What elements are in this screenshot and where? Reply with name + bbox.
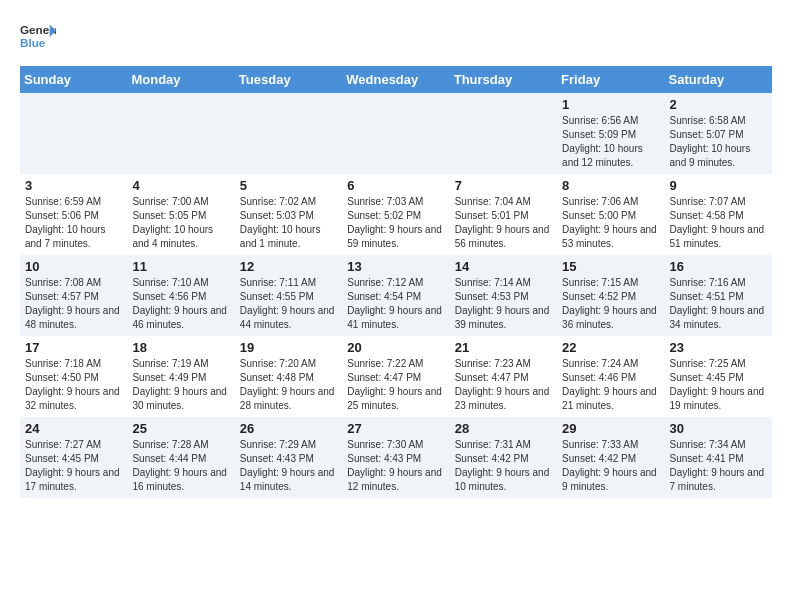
day-number: 23	[670, 340, 767, 355]
day-number: 28	[455, 421, 552, 436]
day-number: 13	[347, 259, 444, 274]
calendar-cell: 20Sunrise: 7:22 AM Sunset: 4:47 PM Dayli…	[342, 336, 449, 417]
day-info: Sunrise: 6:59 AM Sunset: 5:06 PM Dayligh…	[25, 195, 122, 251]
calendar-cell: 9Sunrise: 7:07 AM Sunset: 4:58 PM Daylig…	[665, 174, 772, 255]
calendar-cell: 5Sunrise: 7:02 AM Sunset: 5:03 PM Daylig…	[235, 174, 342, 255]
calendar-cell: 22Sunrise: 7:24 AM Sunset: 4:46 PM Dayli…	[557, 336, 664, 417]
day-number: 14	[455, 259, 552, 274]
day-info: Sunrise: 7:22 AM Sunset: 4:47 PM Dayligh…	[347, 357, 444, 413]
calendar-cell: 8Sunrise: 7:06 AM Sunset: 5:00 PM Daylig…	[557, 174, 664, 255]
calendar-cell: 25Sunrise: 7:28 AM Sunset: 4:44 PM Dayli…	[127, 417, 234, 498]
calendar-cell: 2Sunrise: 6:58 AM Sunset: 5:07 PM Daylig…	[665, 93, 772, 174]
day-number: 29	[562, 421, 659, 436]
calendar-cell: 21Sunrise: 7:23 AM Sunset: 4:47 PM Dayli…	[450, 336, 557, 417]
day-info: Sunrise: 7:12 AM Sunset: 4:54 PM Dayligh…	[347, 276, 444, 332]
day-number: 21	[455, 340, 552, 355]
column-header-tuesday: Tuesday	[235, 66, 342, 93]
calendar-cell: 12Sunrise: 7:11 AM Sunset: 4:55 PM Dayli…	[235, 255, 342, 336]
calendar-cell: 15Sunrise: 7:15 AM Sunset: 4:52 PM Dayli…	[557, 255, 664, 336]
page-header: General Blue	[20, 20, 772, 56]
calendar-cell: 6Sunrise: 7:03 AM Sunset: 5:02 PM Daylig…	[342, 174, 449, 255]
day-number: 26	[240, 421, 337, 436]
day-info: Sunrise: 7:30 AM Sunset: 4:43 PM Dayligh…	[347, 438, 444, 494]
calendar-cell: 18Sunrise: 7:19 AM Sunset: 4:49 PM Dayli…	[127, 336, 234, 417]
calendar-cell	[342, 93, 449, 174]
calendar-cell	[235, 93, 342, 174]
calendar-week-row: 3Sunrise: 6:59 AM Sunset: 5:06 PM Daylig…	[20, 174, 772, 255]
day-info: Sunrise: 7:28 AM Sunset: 4:44 PM Dayligh…	[132, 438, 229, 494]
day-info: Sunrise: 7:25 AM Sunset: 4:45 PM Dayligh…	[670, 357, 767, 413]
day-number: 2	[670, 97, 767, 112]
day-info: Sunrise: 7:14 AM Sunset: 4:53 PM Dayligh…	[455, 276, 552, 332]
calendar-cell: 3Sunrise: 6:59 AM Sunset: 5:06 PM Daylig…	[20, 174, 127, 255]
calendar-week-row: 24Sunrise: 7:27 AM Sunset: 4:45 PM Dayli…	[20, 417, 772, 498]
day-info: Sunrise: 7:07 AM Sunset: 4:58 PM Dayligh…	[670, 195, 767, 251]
day-number: 6	[347, 178, 444, 193]
calendar-cell: 23Sunrise: 7:25 AM Sunset: 4:45 PM Dayli…	[665, 336, 772, 417]
day-number: 7	[455, 178, 552, 193]
svg-text:Blue: Blue	[20, 36, 46, 49]
calendar-header-row: SundayMondayTuesdayWednesdayThursdayFrid…	[20, 66, 772, 93]
day-number: 8	[562, 178, 659, 193]
day-number: 4	[132, 178, 229, 193]
day-info: Sunrise: 7:10 AM Sunset: 4:56 PM Dayligh…	[132, 276, 229, 332]
column-header-wednesday: Wednesday	[342, 66, 449, 93]
day-number: 12	[240, 259, 337, 274]
day-info: Sunrise: 6:56 AM Sunset: 5:09 PM Dayligh…	[562, 114, 659, 170]
day-number: 9	[670, 178, 767, 193]
day-number: 27	[347, 421, 444, 436]
day-info: Sunrise: 7:23 AM Sunset: 4:47 PM Dayligh…	[455, 357, 552, 413]
day-number: 22	[562, 340, 659, 355]
calendar-week-row: 10Sunrise: 7:08 AM Sunset: 4:57 PM Dayli…	[20, 255, 772, 336]
column-header-monday: Monday	[127, 66, 234, 93]
day-number: 10	[25, 259, 122, 274]
calendar-cell: 28Sunrise: 7:31 AM Sunset: 4:42 PM Dayli…	[450, 417, 557, 498]
day-info: Sunrise: 7:29 AM Sunset: 4:43 PM Dayligh…	[240, 438, 337, 494]
day-number: 1	[562, 97, 659, 112]
day-info: Sunrise: 7:33 AM Sunset: 4:42 PM Dayligh…	[562, 438, 659, 494]
calendar-cell: 24Sunrise: 7:27 AM Sunset: 4:45 PM Dayli…	[20, 417, 127, 498]
column-header-saturday: Saturday	[665, 66, 772, 93]
calendar-cell: 19Sunrise: 7:20 AM Sunset: 4:48 PM Dayli…	[235, 336, 342, 417]
day-number: 3	[25, 178, 122, 193]
calendar-cell: 4Sunrise: 7:00 AM Sunset: 5:05 PM Daylig…	[127, 174, 234, 255]
day-info: Sunrise: 7:03 AM Sunset: 5:02 PM Dayligh…	[347, 195, 444, 251]
calendar-cell: 27Sunrise: 7:30 AM Sunset: 4:43 PM Dayli…	[342, 417, 449, 498]
logo: General Blue	[20, 20, 56, 56]
calendar-week-row: 1Sunrise: 6:56 AM Sunset: 5:09 PM Daylig…	[20, 93, 772, 174]
day-info: Sunrise: 7:11 AM Sunset: 4:55 PM Dayligh…	[240, 276, 337, 332]
day-info: Sunrise: 7:34 AM Sunset: 4:41 PM Dayligh…	[670, 438, 767, 494]
day-info: Sunrise: 7:24 AM Sunset: 4:46 PM Dayligh…	[562, 357, 659, 413]
day-number: 24	[25, 421, 122, 436]
column-header-friday: Friday	[557, 66, 664, 93]
calendar-cell: 30Sunrise: 7:34 AM Sunset: 4:41 PM Dayli…	[665, 417, 772, 498]
day-info: Sunrise: 7:08 AM Sunset: 4:57 PM Dayligh…	[25, 276, 122, 332]
calendar-cell: 11Sunrise: 7:10 AM Sunset: 4:56 PM Dayli…	[127, 255, 234, 336]
day-number: 16	[670, 259, 767, 274]
day-info: Sunrise: 7:15 AM Sunset: 4:52 PM Dayligh…	[562, 276, 659, 332]
day-info: Sunrise: 7:16 AM Sunset: 4:51 PM Dayligh…	[670, 276, 767, 332]
day-number: 19	[240, 340, 337, 355]
day-info: Sunrise: 7:19 AM Sunset: 4:49 PM Dayligh…	[132, 357, 229, 413]
calendar-cell: 29Sunrise: 7:33 AM Sunset: 4:42 PM Dayli…	[557, 417, 664, 498]
day-info: Sunrise: 7:18 AM Sunset: 4:50 PM Dayligh…	[25, 357, 122, 413]
day-info: Sunrise: 7:00 AM Sunset: 5:05 PM Dayligh…	[132, 195, 229, 251]
column-header-thursday: Thursday	[450, 66, 557, 93]
calendar-cell: 26Sunrise: 7:29 AM Sunset: 4:43 PM Dayli…	[235, 417, 342, 498]
calendar-cell: 10Sunrise: 7:08 AM Sunset: 4:57 PM Dayli…	[20, 255, 127, 336]
day-number: 5	[240, 178, 337, 193]
day-number: 20	[347, 340, 444, 355]
day-info: Sunrise: 7:20 AM Sunset: 4:48 PM Dayligh…	[240, 357, 337, 413]
calendar-cell	[450, 93, 557, 174]
day-info: Sunrise: 7:04 AM Sunset: 5:01 PM Dayligh…	[455, 195, 552, 251]
day-info: Sunrise: 7:06 AM Sunset: 5:00 PM Dayligh…	[562, 195, 659, 251]
day-info: Sunrise: 7:27 AM Sunset: 4:45 PM Dayligh…	[25, 438, 122, 494]
day-number: 11	[132, 259, 229, 274]
calendar-cell	[127, 93, 234, 174]
calendar-table: SundayMondayTuesdayWednesdayThursdayFrid…	[20, 66, 772, 498]
day-number: 17	[25, 340, 122, 355]
calendar-cell: 17Sunrise: 7:18 AM Sunset: 4:50 PM Dayli…	[20, 336, 127, 417]
column-header-sunday: Sunday	[20, 66, 127, 93]
logo-icon: General Blue	[20, 20, 56, 56]
calendar-cell: 14Sunrise: 7:14 AM Sunset: 4:53 PM Dayli…	[450, 255, 557, 336]
